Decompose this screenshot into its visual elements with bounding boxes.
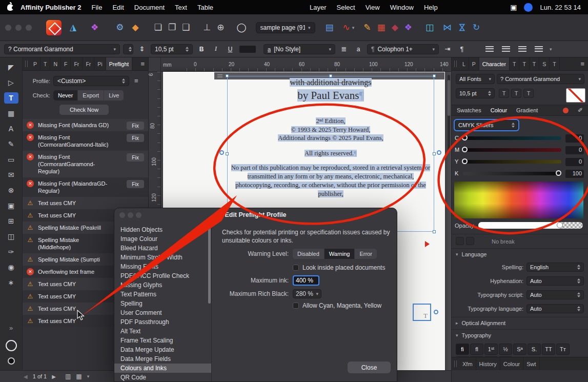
close-button[interactable]: Close [348, 361, 391, 373]
tab-text-styles[interactable]: T [40, 57, 50, 70]
hyphenation-select[interactable]: Auto [526, 276, 584, 286]
issue-row[interactable]: ✕ Missing Font (Maiandra GD) Fix [23, 119, 148, 131]
chevron-down-icon[interactable]: ▾ [352, 25, 355, 30]
frame-handle[interactable] [226, 74, 229, 77]
opacity-slider[interactable] [478, 222, 583, 229]
show-styles-icon[interactable]: ≣ [338, 44, 350, 54]
next-page-button[interactable]: ▶ [52, 374, 56, 379]
menubar-clock[interactable]: Lun. 22 53 14 [540, 4, 581, 11]
category-item-selected[interactable]: Colours and Inks [114, 364, 211, 373]
category-item[interactable]: Data Merge Update [114, 345, 211, 354]
tab-picture[interactable]: Pi [94, 57, 106, 70]
look-inside-checkbox[interactable] [293, 265, 299, 271]
category-item[interactable]: PDF Passthrough [114, 317, 211, 327]
stroke-colour-swatch[interactable] [8, 357, 15, 365]
scrollbar-thumb[interactable] [448, 80, 450, 116]
previous-page-button[interactable]: ◀ [24, 374, 28, 379]
pages-tool-icon[interactable]: ⊞ [4, 215, 18, 227]
rotate-icon[interactable]: ↻ [473, 23, 480, 32]
menu-file[interactable]: File [86, 4, 107, 11]
panel-font-family-select[interactable]: ? Cormorant Garamond▾ [497, 74, 584, 84]
category-item[interactable]: Hidden Objects [114, 225, 211, 234]
tab-paragraph[interactable]: P [469, 57, 479, 70]
character-style-select[interactable]: a [No Style] ▾ [263, 44, 335, 54]
recent-colour-icon[interactable] [563, 108, 569, 113]
check-mode-never[interactable]: Never [53, 90, 78, 100]
dialog-scrollbar[interactable] [208, 227, 211, 304]
zoom-tool-icon[interactable]: ∗ [4, 277, 18, 288]
show-special-characters-button[interactable]: ¶ [456, 44, 468, 54]
ellipse-frame-tool-icon[interactable]: ⊗ [4, 185, 18, 196]
typography-language-select[interactable]: Auto [526, 304, 584, 313]
small-text-frame[interactable] [413, 304, 431, 321]
warning-level-disabled[interactable]: Disabled [293, 249, 325, 259]
char-style-button[interactable]: T [499, 89, 509, 98]
category-item[interactable]: Bleed Hazard [114, 244, 211, 253]
tab-notes[interactable]: N [50, 57, 61, 70]
typography-section-header[interactable]: ▾ Typography [456, 332, 491, 338]
menu-select[interactable]: Select [332, 4, 360, 11]
font-collection-select[interactable]: All Fonts▾ [456, 74, 495, 84]
ordinals-button[interactable]: 1ˢᵗ [484, 344, 498, 355]
frame-flow-handle[interactable] [437, 150, 441, 155]
menu-document[interactable]: Document [129, 4, 170, 11]
black-slider[interactable] [463, 172, 561, 175]
view-mode-icon[interactable]: ▥ [65, 373, 71, 380]
place-image-tool-icon[interactable]: ▣ [4, 200, 18, 211]
no-break-label[interactable]: No break [492, 238, 515, 245]
flip-vertical-icon[interactable]: ⋈ [458, 23, 467, 32]
tab-fields[interactable]: F [61, 57, 71, 70]
rect-frame-tool-icon[interactable]: ✉ [4, 169, 18, 180]
frame-text-tool-icon[interactable]: T [4, 92, 18, 104]
issue-row[interactable]: ✕ Missing Font (CormorantGaramond-Regula… [23, 151, 148, 177]
tab-t2[interactable]: T [519, 57, 529, 70]
export-red-icon[interactable]: ▦ [377, 23, 386, 32]
colour-picker-tool-icon[interactable]: ◉ [4, 262, 18, 273]
screen-mirroring-icon[interactable]: ▣ [510, 3, 517, 11]
issue-row[interactable]: ✕ Missing Font (CormorantGaramond-Italic… [23, 131, 148, 151]
allow-cmy-checkbox[interactable] [293, 303, 299, 309]
magenta-slider[interactable] [463, 148, 561, 152]
tab-transform[interactable]: Xfm [459, 357, 476, 370]
panel-font-size-select[interactable]: 10,5 pt [456, 88, 495, 98]
tab-character[interactable]: Character [479, 57, 510, 70]
photo-persona-icon[interactable]: ❖ [91, 23, 98, 32]
warning-level-warning[interactable]: Warning [325, 249, 355, 259]
tab-preflight[interactable]: Preflight [106, 57, 133, 70]
page-preset-select[interactable]: sample page (91.2 * ▾ [256, 22, 315, 33]
yellow-slider[interactable] [463, 160, 561, 164]
black-value[interactable]: 100 [565, 170, 584, 178]
preview-mode-icon[interactable]: ▦ [76, 373, 82, 380]
canvas-scrollbar[interactable] [448, 75, 450, 152]
frame-flow-handle[interactable] [219, 150, 224, 155]
vector-brush-tool-icon[interactable]: ✑ [4, 246, 18, 257]
fix-button[interactable]: Fix [127, 180, 144, 188]
chevron-down-icon[interactable]: ▾ [87, 374, 90, 379]
fix-button[interactable]: Fix [127, 134, 144, 142]
tab-pages[interactable]: P [30, 57, 40, 70]
justify-button[interactable] [533, 44, 544, 54]
colour-spectrum-picker[interactable] [454, 182, 583, 218]
check-mode-export[interactable]: Export [78, 90, 104, 100]
pen-tool-icon[interactable]: ✎ [4, 138, 18, 150]
curves-adjustment-icon[interactable]: ∿ [343, 23, 350, 32]
issue-row[interactable]: ✕ Missing Font (MaiandraGD-Regular) Fix [23, 177, 148, 197]
font-size-select[interactable]: 10,5 pt [151, 44, 193, 54]
discretionary-ligatures-button[interactable]: ﬂ [470, 344, 483, 355]
tab-t1[interactable]: T [510, 57, 519, 70]
panel-grip[interactable] [25, 61, 28, 67]
tab-colour[interactable]: Colour [491, 107, 507, 113]
move-tool-icon[interactable]: ◤ [4, 62, 18, 73]
char-style-button[interactable]: T [523, 89, 534, 98]
frame-handle[interactable] [433, 230, 436, 233]
menu-help[interactable]: Help [419, 4, 443, 11]
align-right-button[interactable] [517, 44, 528, 54]
export-maroon-icon[interactable]: ◆ [392, 23, 398, 32]
tab-swatches-bottom[interactable]: Swt [523, 357, 539, 370]
font-stepper[interactable] [123, 44, 133, 54]
oval-tool-icon[interactable]: ◯ [236, 23, 246, 32]
table-tool-icon[interactable]: ▦ [4, 108, 18, 119]
export-purple-icon[interactable]: ❖ [404, 23, 412, 32]
text-colour-well[interactable] [239, 45, 256, 53]
frame-handle[interactable] [226, 152, 229, 155]
